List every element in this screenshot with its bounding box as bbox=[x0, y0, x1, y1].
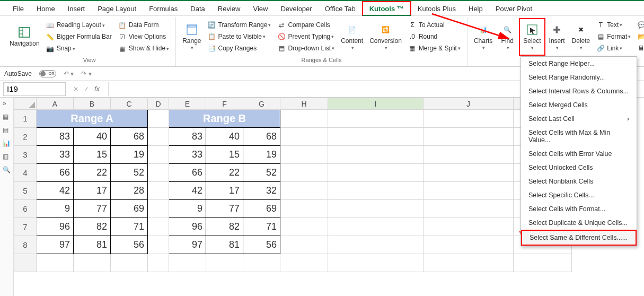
cell[interactable]: 77 bbox=[74, 200, 111, 218]
redo-icon[interactable]: ↷ ▾ bbox=[81, 70, 91, 77]
tab-view[interactable]: View bbox=[246, 2, 274, 15]
range-b-header[interactable]: Range B bbox=[169, 110, 280, 128]
prevent-typing-button[interactable]: 🚫Prevent Typing▾ bbox=[275, 31, 337, 42]
select-button[interactable]: Select▾ bbox=[519, 18, 545, 56]
reading-layout-button[interactable]: 📖Reading Layout▾ bbox=[44, 20, 114, 31]
panel-icon-5[interactable]: 🔍 bbox=[3, 166, 11, 174]
cancel-formula-icon[interactable]: ✕ bbox=[73, 85, 78, 93]
cell[interactable]: 9 bbox=[169, 200, 206, 218]
find-button[interactable]: 🔍Find▾ bbox=[496, 18, 519, 56]
cell[interactable]: 82 bbox=[206, 218, 243, 236]
tab-home[interactable]: Home bbox=[30, 2, 61, 15]
cell[interactable]: 81 bbox=[74, 236, 111, 254]
col-header-F[interactable]: F bbox=[206, 98, 243, 110]
cell[interactable]: 15 bbox=[206, 146, 243, 164]
cell[interactable]: 81 bbox=[206, 236, 243, 254]
col-header-I[interactable]: I bbox=[328, 98, 424, 110]
panel-icon-1[interactable]: ▦ bbox=[3, 113, 11, 121]
row-header-8[interactable]: 8 bbox=[14, 236, 37, 254]
menu-item-select-unlocked-cells[interactable]: Select Unlocked Cells bbox=[521, 161, 637, 175]
cell[interactable]: 83 bbox=[169, 128, 206, 146]
to-actual-button[interactable]: ΣTo Actual bbox=[406, 19, 463, 31]
transform-range-button[interactable]: 🔄Transform Range▾ bbox=[206, 19, 274, 31]
row-header-7[interactable]: 7 bbox=[14, 218, 37, 236]
content-button[interactable]: 📄Content▾ bbox=[338, 18, 366, 56]
cell[interactable]: 66 bbox=[169, 164, 206, 182]
tab-power-pivot[interactable]: Power Pivot bbox=[489, 2, 539, 15]
cell[interactable]: 96 bbox=[37, 218, 74, 236]
expand-icon[interactable]: » bbox=[3, 100, 11, 108]
name-box[interactable] bbox=[3, 82, 66, 96]
cell[interactable]: 42 bbox=[37, 182, 74, 200]
cell[interactable]: 69 bbox=[111, 200, 148, 218]
fx-icon[interactable]: fx bbox=[94, 85, 100, 93]
bigger-formula-button[interactable]: 📏Bigger Formula Bar bbox=[44, 31, 114, 43]
cell[interactable]: 69 bbox=[243, 200, 280, 218]
compare-cells-button[interactable]: ⇄Compare Cells bbox=[275, 19, 337, 31]
col-header-E[interactable]: E bbox=[169, 98, 206, 110]
cell[interactable]: 97 bbox=[37, 236, 74, 254]
tab-data[interactable]: Data bbox=[184, 2, 211, 15]
menu-item-select-duplicate-unique-cells[interactable]: Select Duplicate & Unique Cells... bbox=[521, 216, 637, 230]
charts-button[interactable]: 📊Charts▾ bbox=[471, 18, 496, 56]
col-header-B[interactable]: B bbox=[74, 98, 111, 110]
delete-button[interactable]: ✖Delete▾ bbox=[569, 18, 594, 56]
col-header-J[interactable]: J bbox=[424, 98, 514, 110]
panel-icon-4[interactable]: ▥ bbox=[3, 153, 11, 161]
cell[interactable]: 71 bbox=[243, 218, 280, 236]
cell[interactable]: 66 bbox=[37, 164, 74, 182]
tab-help[interactable]: Help bbox=[462, 2, 489, 15]
row-header-1[interactable]: 1 bbox=[14, 110, 37, 128]
cell[interactable]: 82 bbox=[74, 218, 111, 236]
cell[interactable]: 97 bbox=[169, 236, 206, 254]
row-header-2[interactable]: 2 bbox=[14, 128, 37, 146]
tab-formulas[interactable]: Formulas bbox=[143, 2, 184, 15]
row-header-3[interactable]: 3 bbox=[14, 146, 37, 164]
cell[interactable]: 56 bbox=[111, 236, 148, 254]
panel-icon-2[interactable]: ▤ bbox=[3, 126, 11, 134]
menu-item-select-range-randomly[interactable]: Select Range Randomly... bbox=[521, 71, 637, 84]
menu-item-select-same-different-cells[interactable]: Select Same & Different Cells...... bbox=[521, 230, 637, 246]
cell[interactable]: 68 bbox=[111, 128, 148, 146]
cell[interactable]: 52 bbox=[111, 164, 148, 182]
calc-button[interactable]: 🖩Calcu bbox=[635, 42, 644, 54]
tab-insert[interactable]: Insert bbox=[61, 2, 92, 15]
data-form-button[interactable]: 📋Data Form bbox=[116, 20, 171, 31]
cell[interactable]: 71 bbox=[111, 218, 148, 236]
conversion-button[interactable]: 🔁Conversion▾ bbox=[366, 18, 405, 56]
cell[interactable]: 77 bbox=[206, 200, 243, 218]
format-button[interactable]: ▤Format▾ bbox=[594, 31, 633, 42]
link-button[interactable]: 🔗Link▾ bbox=[594, 42, 633, 54]
menu-item-select-cells-with-max-min-value[interactable]: Select Cells with Max & Min Value... bbox=[521, 126, 637, 147]
col-header-C[interactable]: C bbox=[111, 98, 148, 110]
tab-developer[interactable]: Developer bbox=[274, 2, 318, 15]
cell[interactable]: 40 bbox=[206, 128, 243, 146]
cell[interactable]: 9 bbox=[37, 200, 74, 218]
menu-item-select-last-cell[interactable]: Select Last Cell› bbox=[521, 112, 637, 126]
cell[interactable]: 68 bbox=[243, 128, 280, 146]
tab-page-layout[interactable]: Page Layout bbox=[91, 2, 143, 15]
cell[interactable]: 40 bbox=[74, 128, 111, 146]
tab-kutools-[interactable]: Kutools ™ bbox=[362, 1, 411, 16]
undo-icon[interactable]: ↶ ▾ bbox=[64, 70, 74, 77]
row-header-4[interactable]: 4 bbox=[14, 164, 37, 182]
cell[interactable]: 32 bbox=[243, 182, 280, 200]
cell[interactable]: 17 bbox=[206, 182, 243, 200]
tab-review[interactable]: Review bbox=[211, 2, 247, 15]
row-header-9[interactable] bbox=[14, 254, 37, 272]
select-all-corner[interactable] bbox=[14, 98, 37, 110]
paste-visible-button[interactable]: 📋Paste to Visible▾ bbox=[206, 31, 274, 42]
menu-item-select-range-helper[interactable]: Select Range Helper... bbox=[521, 57, 637, 71]
cell[interactable]: 33 bbox=[169, 146, 206, 164]
confirm-formula-icon[interactable]: ✓ bbox=[84, 85, 89, 93]
cell[interactable]: 33 bbox=[37, 146, 74, 164]
menu-item-select-specific-cells[interactable]: Select Specific Cells... bbox=[521, 188, 637, 202]
open-button[interactable]: 📂Open bbox=[635, 31, 644, 42]
dropdown-list-button[interactable]: ▤Drop-down List▾ bbox=[275, 42, 337, 54]
text-button[interactable]: TText▾ bbox=[594, 19, 633, 31]
view-options-button[interactable]: ☑View Options bbox=[116, 31, 171, 43]
cell[interactable]: 52 bbox=[243, 164, 280, 182]
cell[interactable]: 22 bbox=[206, 164, 243, 182]
cell[interactable]: 83 bbox=[37, 128, 74, 146]
cell[interactable]: 42 bbox=[169, 182, 206, 200]
